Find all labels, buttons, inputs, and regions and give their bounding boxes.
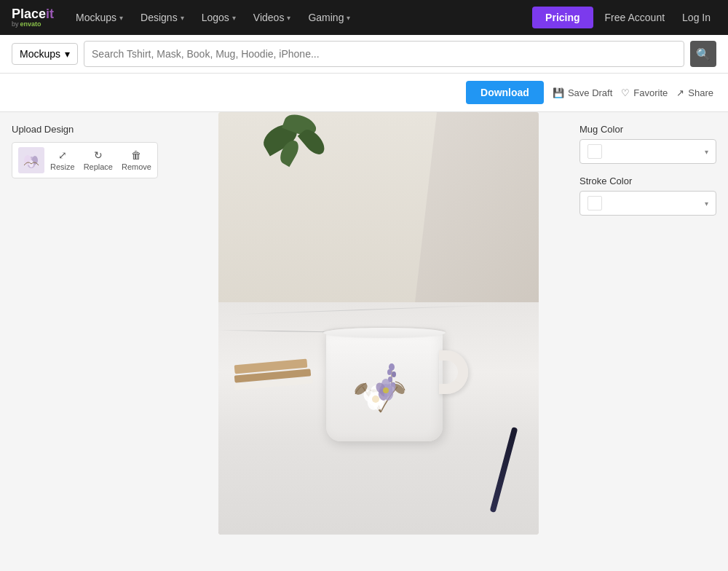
search-button[interactable]: 🔍 (690, 41, 716, 67)
svg-point-18 (372, 395, 379, 403)
chevron-down-icon: ▾ (705, 148, 708, 156)
remove-icon: 🗑 (131, 149, 141, 161)
logo-it: it (46, 7, 54, 20)
logo-place: Place (12, 7, 46, 20)
nav-item-gaming[interactable]: Gaming ▾ (301, 0, 357, 35)
share-button[interactable]: ↗ Share (676, 87, 713, 98)
stroke-color-swatch (587, 196, 602, 210)
logo-by: by (12, 20, 19, 28)
stroke-color-option: Stroke Color ▾ (579, 176, 716, 216)
left-panel: Upload Design ⤢ Resize ↻ (0, 112, 189, 571)
free-account-button[interactable]: Free Account (596, 12, 674, 23)
search-bar: Mockups ▾ 🔍 (0, 35, 728, 74)
main-content: Upload Design ⤢ Resize ↻ (0, 112, 728, 571)
chevron-down-icon: ▾ (287, 14, 290, 22)
share-icon: ↗ (676, 87, 684, 98)
nav-item-mockups[interactable]: Mockups ▾ (68, 0, 130, 35)
mug-color-option: Mug Color ▾ (579, 124, 716, 164)
save-draft-button[interactable]: 💾 Save Draft (553, 87, 612, 98)
thumbnail-image (18, 147, 44, 173)
logo[interactable]: Placeit by envato (12, 7, 54, 28)
upload-design-label: Upload Design (12, 124, 178, 135)
chevron-down-icon: ▾ (181, 14, 184, 22)
chevron-down-icon: ▾ (119, 14, 123, 22)
replace-icon: ↻ (94, 149, 103, 161)
search-category-label: Mockups (20, 48, 60, 60)
mug-scene (218, 112, 539, 535)
download-button[interactable]: Download (466, 81, 544, 104)
search-input-wrapper (84, 41, 684, 67)
top-navigation: Placeit by envato Mockups ▾ Designs ▾ Lo… (0, 0, 728, 35)
logo-envato: envato (20, 20, 41, 28)
svg-point-25 (383, 387, 389, 393)
center-panel (189, 112, 568, 571)
login-button[interactable]: Log In (676, 12, 716, 23)
notebook-stack (234, 362, 322, 387)
stroke-color-label: Stroke Color (579, 176, 716, 186)
resize-button[interactable]: ⤢ Resize (50, 149, 75, 171)
right-panel: Mug Color ▾ Stroke Color ▾ (568, 112, 728, 571)
svg-point-8 (387, 369, 392, 375)
mug-color-swatch (587, 144, 602, 159)
mug-design-area (341, 347, 421, 427)
pricing-button[interactable]: Pricing (532, 7, 593, 28)
save-draft-icon: 💾 (553, 87, 564, 98)
stroke-color-select[interactable]: ▾ (579, 191, 716, 216)
resize-icon: ⤢ (58, 149, 67, 161)
replace-button[interactable]: ↻ Replace (84, 149, 113, 171)
favorite-button[interactable]: ♡ Favorite (621, 87, 668, 98)
marble-vein (233, 305, 489, 315)
mug-color-label: Mug Color (579, 124, 716, 135)
nav-item-logos[interactable]: Logos ▾ (194, 0, 243, 35)
remove-button[interactable]: 🗑 Remove (122, 149, 151, 171)
heart-icon: ♡ (621, 87, 630, 98)
mug-color-select[interactable]: ▾ (579, 139, 716, 164)
search-input[interactable] (92, 48, 676, 60)
mug-body (326, 332, 443, 441)
design-thumbnail: ⤢ Resize ↻ Replace 🗑 Remove (12, 142, 158, 178)
chevron-down-icon: ▾ (232, 14, 236, 22)
nav-item-videos[interactable]: Videos ▾ (246, 0, 298, 35)
thumbnail-actions: ⤢ Resize ↻ Replace 🗑 Remove (50, 149, 151, 171)
chevron-down-icon: ▾ (65, 48, 70, 60)
toolbar: Download 💾 Save Draft ♡ Favorite ↗ Share (0, 74, 728, 112)
mug (326, 332, 443, 441)
search-category-dropdown[interactable]: Mockups ▾ (12, 43, 78, 65)
svg-point-9 (392, 371, 396, 377)
mug-rim (323, 328, 446, 338)
chevron-down-icon: ▾ (705, 200, 708, 208)
nav-item-designs[interactable]: Designs ▾ (133, 0, 191, 35)
chevron-down-icon: ▾ (347, 14, 350, 22)
search-icon: 🔍 (696, 47, 711, 61)
mug-preview (218, 112, 539, 535)
